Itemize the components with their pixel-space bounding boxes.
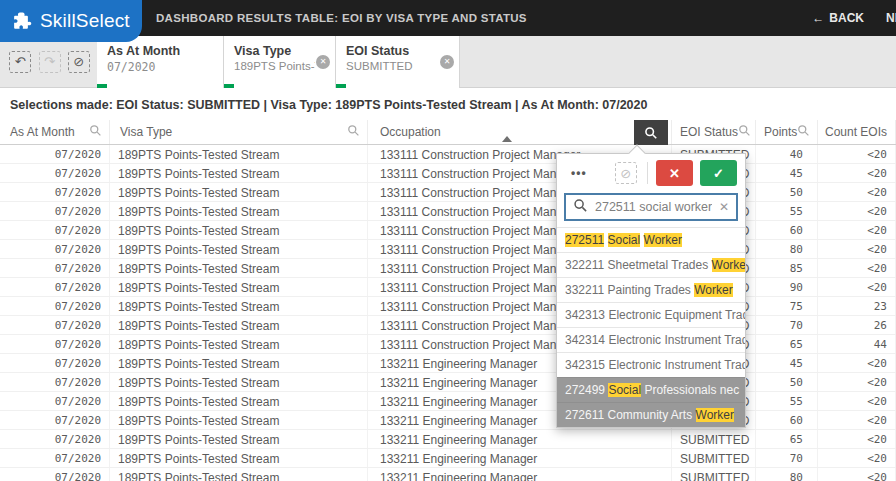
- table-cell[interactable]: <20: [818, 240, 896, 258]
- table-cell[interactable]: SUBMITTED: [672, 468, 756, 481]
- table-cell[interactable]: <20: [818, 183, 896, 201]
- table-cell[interactable]: 50: [756, 183, 818, 201]
- table-row[interactable]: 07/2020189PTS Points-Tested Stream133111…: [0, 164, 896, 183]
- table-cell[interactable]: 189PTS Points-Tested Stream: [110, 373, 368, 391]
- table-cell[interactable]: 189PTS Points-Tested Stream: [110, 259, 368, 277]
- table-row[interactable]: 07/2020189PTS Points-Tested Stream133111…: [0, 259, 896, 278]
- table-cell[interactable]: 07/2020: [0, 373, 110, 391]
- table-cell[interactable]: 07/2020: [0, 183, 110, 201]
- remove-filter-icon[interactable]: ✕: [316, 55, 330, 69]
- table-cell[interactable]: 23: [818, 297, 896, 315]
- table-row[interactable]: 07/2020189PTS Points-Tested Stream133111…: [0, 316, 896, 335]
- table-cell[interactable]: <20: [818, 145, 896, 163]
- table-row[interactable]: 07/2020189PTS Points-Tested Stream133111…: [0, 335, 896, 354]
- table-cell[interactable]: <20: [818, 373, 896, 391]
- remove-filter-icon[interactable]: ✕: [440, 55, 454, 69]
- table-cell[interactable]: 45: [756, 354, 818, 372]
- table-cell[interactable]: 40: [756, 145, 818, 163]
- table-cell[interactable]: 50: [756, 373, 818, 391]
- confirm-selection-button[interactable]: ✓: [700, 160, 737, 186]
- table-cell[interactable]: 189PTS Points-Tested Stream: [110, 183, 368, 201]
- table-cell[interactable]: <20: [818, 430, 896, 448]
- table-cell[interactable]: 07/2020: [0, 221, 110, 239]
- table-cell[interactable]: 189PTS Points-Tested Stream: [110, 449, 368, 467]
- table-cell[interactable]: 07/2020: [0, 449, 110, 467]
- table-row[interactable]: 07/2020189PTS Points-Tested Stream133211…: [0, 449, 896, 468]
- redo-selection-icon[interactable]: ↷: [39, 51, 61, 73]
- table-cell[interactable]: 55: [756, 392, 818, 410]
- filter-chip-as-at-month[interactable]: As At Month 07/2020: [97, 36, 224, 88]
- column-header-points[interactable]: Points: [756, 120, 818, 144]
- table-cell[interactable]: 189PTS Points-Tested Stream: [110, 202, 368, 220]
- popup-list-item[interactable]: 322211 Sheetmetal Trades Worker: [557, 252, 745, 277]
- table-cell[interactable]: 189PTS Points-Tested Stream: [110, 411, 368, 429]
- table-cell[interactable]: SUBMITTED: [672, 430, 756, 448]
- table-cell[interactable]: 07/2020: [0, 430, 110, 448]
- table-cell[interactable]: 85: [756, 259, 818, 277]
- table-cell[interactable]: 189PTS Points-Tested Stream: [110, 240, 368, 258]
- table-cell[interactable]: 65: [756, 430, 818, 448]
- table-row[interactable]: 07/2020189PTS Points-Tested Stream133211…: [0, 373, 896, 392]
- clear-selections-icon[interactable]: ⊘: [615, 162, 637, 184]
- search-icon[interactable]: [347, 124, 360, 140]
- undo-selection-icon[interactable]: ↶: [9, 51, 31, 73]
- clear-selections-icon[interactable]: ⊘: [68, 51, 90, 73]
- table-cell[interactable]: SUBMITTED: [672, 449, 756, 467]
- table-cell[interactable]: <20: [818, 164, 896, 182]
- table-cell[interactable]: <20: [818, 221, 896, 239]
- cancel-selection-button[interactable]: ✕: [656, 160, 693, 186]
- popup-list-item[interactable]: 272611 Community Arts Worker: [557, 402, 745, 427]
- table-cell[interactable]: 189PTS Points-Tested Stream: [110, 278, 368, 296]
- table-cell[interactable]: 189PTS Points-Tested Stream: [110, 468, 368, 481]
- table-cell[interactable]: <20: [818, 411, 896, 429]
- table-cell[interactable]: <20: [818, 392, 896, 410]
- table-cell[interactable]: 65: [756, 335, 818, 353]
- table-row[interactable]: 07/2020189PTS Points-Tested Stream133111…: [0, 221, 896, 240]
- table-cell[interactable]: 55: [756, 202, 818, 220]
- table-cell[interactable]: 07/2020: [0, 164, 110, 182]
- table-cell[interactable]: 07/2020: [0, 411, 110, 429]
- table-cell[interactable]: 133211 Engineering Manager: [368, 449, 672, 467]
- table-row[interactable]: 07/2020189PTS Points-Tested Stream133211…: [0, 430, 896, 449]
- table-cell[interactable]: 07/2020: [0, 202, 110, 220]
- table-cell[interactable]: 189PTS Points-Tested Stream: [110, 392, 368, 410]
- popup-search-box[interactable]: ✕: [564, 193, 738, 221]
- table-cell[interactable]: 07/2020: [0, 259, 110, 277]
- table-row[interactable]: 07/2020189PTS Points-Tested Stream133111…: [0, 202, 896, 221]
- table-cell[interactable]: 133211 Engineering Manager: [368, 430, 672, 448]
- more-options-icon[interactable]: •••: [565, 166, 593, 180]
- column-header-occupation[interactable]: Occupation: [368, 120, 672, 144]
- table-cell[interactable]: 07/2020: [0, 278, 110, 296]
- table-row[interactable]: 07/2020189PTS Points-Tested Stream133111…: [0, 278, 896, 297]
- table-cell[interactable]: 189PTS Points-Tested Stream: [110, 145, 368, 163]
- table-row[interactable]: 07/2020189PTS Points-Tested Stream133211…: [0, 392, 896, 411]
- table-cell[interactable]: <20: [818, 449, 896, 467]
- active-search-icon[interactable]: [634, 120, 668, 145]
- table-cell[interactable]: 70: [756, 316, 818, 334]
- table-cell[interactable]: 133211 Engineering Manager: [368, 468, 672, 481]
- column-header-count-eois[interactable]: Count EOIs: [818, 120, 896, 144]
- table-cell[interactable]: <20: [818, 278, 896, 296]
- table-cell[interactable]: 189PTS Points-Tested Stream: [110, 164, 368, 182]
- search-icon[interactable]: [738, 124, 751, 140]
- popup-list-item[interactable]: 342314 Electronic Instrument Trades....: [557, 327, 745, 352]
- table-cell[interactable]: 80: [756, 240, 818, 258]
- table-cell[interactable]: 07/2020: [0, 335, 110, 353]
- back-button[interactable]: ← BACK: [812, 0, 864, 36]
- popup-list-item[interactable]: 272511 Social Worker: [557, 227, 745, 252]
- table-cell[interactable]: 45: [756, 164, 818, 182]
- table-cell[interactable]: <20: [818, 354, 896, 372]
- table-cell[interactable]: 07/2020: [0, 468, 110, 481]
- popup-list-item[interactable]: 342313 Electronic Equipment Trades....: [557, 302, 745, 327]
- table-cell[interactable]: 60: [756, 221, 818, 239]
- filter-chip-eoi-status[interactable]: EOI Status SUBMITTED ✕: [336, 36, 460, 88]
- search-input[interactable]: [595, 200, 712, 214]
- table-row[interactable]: 07/2020189PTS Points-Tested Stream133111…: [0, 240, 896, 259]
- table-row[interactable]: 07/2020189PTS Points-Tested Stream133211…: [0, 354, 896, 373]
- table-cell[interactable]: 60: [756, 411, 818, 429]
- table-row[interactable]: 07/2020189PTS Points-Tested Stream133111…: [0, 145, 896, 164]
- table-cell[interactable]: 189PTS Points-Tested Stream: [110, 335, 368, 353]
- clear-search-icon[interactable]: ✕: [719, 200, 729, 214]
- table-row[interactable]: 07/2020189PTS Points-Tested Stream133211…: [0, 411, 896, 430]
- table-cell[interactable]: 07/2020: [0, 240, 110, 258]
